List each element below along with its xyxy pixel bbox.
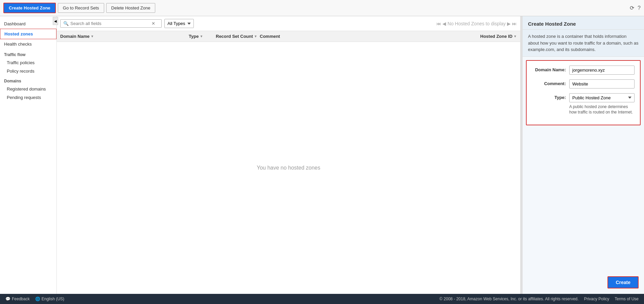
col-header-domain: Domain Name ▼ bbox=[60, 34, 189, 39]
col-header-hosted-zone-id: Hosted Zone ID ▼ bbox=[388, 34, 517, 39]
sidebar-item-health-checks[interactable]: Health checks bbox=[0, 39, 56, 49]
domain-name-label: Domain Name: bbox=[532, 66, 569, 72]
delete-hosted-zone-button[interactable]: Delete Hosted Zone bbox=[106, 3, 156, 13]
col-header-comment: Comment bbox=[260, 34, 388, 39]
footer-right: © 2008 - 2018, Amazon Web Services, Inc.… bbox=[439, 297, 639, 301]
clear-search-icon[interactable]: ✕ bbox=[152, 21, 155, 26]
last-page-icon[interactable]: ⏭ bbox=[512, 21, 517, 26]
globe-icon: 🌐 bbox=[35, 297, 40, 301]
comment-input[interactable] bbox=[569, 79, 635, 88]
sidebar: Dashboard Hosted zones Health checks Tra… bbox=[0, 16, 57, 294]
sidebar-collapse-button[interactable]: ◀ bbox=[53, 17, 58, 25]
right-panel-header: Create Hosted Zone bbox=[523, 16, 644, 30]
feedback-icon: 💬 bbox=[5, 297, 10, 301]
no-zones-text: No Hosted Zones to display bbox=[447, 21, 506, 26]
create-hosted-zone-button[interactable]: Create Hosted Zone bbox=[3, 3, 56, 13]
right-panel-description: A hosted zone is a container that holds … bbox=[523, 30, 644, 57]
domain-sort-icon[interactable]: ▼ bbox=[91, 34, 94, 38]
record-set-sort-icon[interactable]: ▼ bbox=[254, 34, 257, 38]
type-hint: A public hosted zone determines how traf… bbox=[569, 104, 635, 116]
empty-content: You have no hosted zones bbox=[57, 42, 520, 294]
comment-label: Comment: bbox=[532, 79, 569, 86]
toolbar: Create Hosted Zone Go to Record Sets Del… bbox=[0, 0, 644, 16]
type-select-wrapper: Public Hosted Zone Private Hosted Zone f… bbox=[569, 93, 635, 116]
create-hosted-zone-form: Domain Name: Comment: Type: Public Hoste… bbox=[526, 60, 641, 126]
type-select[interactable]: Public Hosted Zone Private Hosted Zone f… bbox=[569, 93, 635, 102]
type-row: Type: Public Hosted Zone Private Hosted … bbox=[532, 93, 635, 116]
go-to-record-sets-button[interactable]: Go to Record Sets bbox=[58, 3, 104, 13]
feedback-button[interactable]: 💬 Feedback bbox=[5, 297, 30, 301]
comment-row: Comment: bbox=[532, 79, 635, 88]
content-area: 🔍 ✕ All Types Public Private ⏮ ◀ No Host… bbox=[57, 16, 520, 294]
privacy-policy-link[interactable]: Privacy Policy bbox=[584, 297, 610, 301]
top-icons: ⟳ ? bbox=[630, 5, 641, 11]
feedback-label: Feedback bbox=[12, 297, 30, 301]
help-icon[interactable]: ? bbox=[638, 5, 641, 11]
col-header-type: Type ▼ bbox=[189, 34, 216, 39]
next-page-icon[interactable]: ▶ bbox=[507, 21, 511, 26]
search-input[interactable] bbox=[70, 21, 152, 26]
language-label: English (US) bbox=[42, 297, 64, 301]
search-bar: 🔍 ✕ All Types Public Private ⏮ ◀ No Host… bbox=[57, 16, 520, 31]
main-layout: Dashboard Hosted zones Health checks Tra… bbox=[0, 16, 644, 294]
search-icon: 🔍 bbox=[63, 21, 69, 26]
refresh-icon[interactable]: ⟳ bbox=[630, 5, 634, 11]
language-selector[interactable]: 🌐 English (US) bbox=[35, 297, 64, 301]
sidebar-item-registered-domains[interactable]: Registered domains bbox=[0, 85, 56, 93]
right-panel-footer: Create bbox=[523, 129, 644, 294]
type-label: Type: bbox=[532, 93, 569, 100]
traffic-flow-section: Traffic flow bbox=[0, 49, 56, 58]
sidebar-item-policy-records[interactable]: Policy records bbox=[0, 67, 56, 75]
domains-section: Domains bbox=[0, 75, 56, 85]
copyright-text: © 2008 - 2018, Amazon Web Services, Inc.… bbox=[439, 297, 578, 301]
sidebar-item-hosted-zones[interactable]: Hosted zones bbox=[0, 29, 56, 39]
first-page-icon[interactable]: ⏮ bbox=[436, 21, 441, 26]
type-sort-icon[interactable]: ▼ bbox=[200, 34, 203, 38]
sidebar-item-pending-requests[interactable]: Pending requests bbox=[0, 93, 56, 102]
right-panel: Create Hosted Zone A hosted zone is a co… bbox=[522, 16, 644, 294]
terms-link[interactable]: Terms of Use bbox=[615, 297, 639, 301]
empty-message: You have no hosted zones bbox=[257, 165, 320, 171]
pagination-area: ⏮ ◀ No Hosted Zones to display ▶ ⏭ bbox=[436, 21, 517, 26]
search-input-wrapper: 🔍 ✕ bbox=[60, 19, 162, 28]
create-button[interactable]: Create bbox=[607, 276, 639, 288]
footer: 💬 Feedback 🌐 English (US) © 2008 - 2018,… bbox=[0, 294, 644, 304]
table-header: Domain Name ▼ Type ▼ Record Set Count ▼ … bbox=[57, 31, 520, 42]
hosted-zone-id-sort-icon[interactable]: ▼ bbox=[513, 34, 517, 38]
domain-name-row: Domain Name: bbox=[532, 66, 635, 75]
domain-name-input[interactable] bbox=[569, 66, 635, 75]
sidebar-item-traffic-policies[interactable]: Traffic policies bbox=[0, 58, 56, 67]
prev-page-icon[interactable]: ◀ bbox=[442, 21, 446, 26]
col-header-record-set-count: Record Set Count ▼ bbox=[216, 34, 260, 39]
type-filter-select[interactable]: All Types Public Private bbox=[164, 19, 194, 28]
sidebar-item-dashboard[interactable]: Dashboard bbox=[0, 19, 56, 29]
